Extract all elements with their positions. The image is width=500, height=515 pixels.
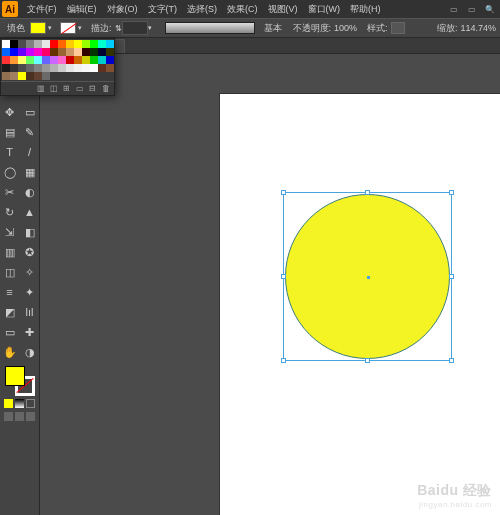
swatch-kind-icon[interactable]: ◫ [48, 84, 59, 94]
menu-effect[interactable]: 效果(C) [222, 3, 263, 16]
swatch[interactable] [42, 48, 50, 56]
swatch-libraries-icon[interactable]: ▥ [35, 84, 46, 94]
mini-none-icon[interactable] [26, 399, 35, 408]
swatch[interactable] [2, 40, 10, 48]
fill-stroke-indicator[interactable] [5, 366, 35, 396]
swatch[interactable] [74, 64, 82, 72]
tool-button[interactable]: lıl [21, 303, 39, 321]
swatch[interactable] [34, 56, 42, 64]
resize-handle[interactable] [449, 190, 454, 195]
swatch[interactable] [74, 48, 82, 56]
resize-handle[interactable] [281, 190, 286, 195]
opacity-value[interactable]: 100% [334, 23, 357, 33]
mini-color-icon[interactable] [4, 399, 13, 408]
swatch[interactable] [18, 40, 26, 48]
screen-mode-icon[interactable] [4, 412, 13, 421]
swatch[interactable] [106, 40, 114, 48]
swatch[interactable] [2, 56, 10, 64]
resize-handle[interactable] [365, 358, 370, 363]
tool-button[interactable]: ▥ [1, 243, 19, 261]
swatch[interactable] [58, 40, 66, 48]
swatch[interactable] [58, 64, 66, 72]
swatch[interactable] [82, 64, 90, 72]
swatches-panel[interactable]: ▥ ◫ ⊞ ▭ ⊟ 🗑 [0, 38, 115, 96]
new-group-icon[interactable]: ▭ [74, 84, 85, 94]
swatch[interactable] [66, 64, 74, 72]
swatch[interactable] [42, 72, 50, 80]
swatch[interactable] [26, 72, 34, 80]
swatch[interactable] [98, 40, 106, 48]
tool-button[interactable]: T [1, 143, 19, 161]
swatch[interactable] [50, 64, 58, 72]
tool-button[interactable]: ◧ [21, 223, 39, 241]
menu-edit[interactable]: 编辑(E) [62, 3, 102, 16]
menu-select[interactable]: 选择(S) [182, 3, 222, 16]
stepper-icon[interactable]: ⇅ [115, 24, 122, 33]
swatch[interactable] [82, 56, 90, 64]
search-icon[interactable]: 🔍 [482, 2, 498, 16]
swatch[interactable] [106, 56, 114, 64]
swatch[interactable] [10, 40, 18, 48]
menu-view[interactable]: 视图(V) [263, 3, 303, 16]
tool-button[interactable]: ◑ [21, 343, 39, 361]
swatch[interactable] [2, 64, 10, 72]
swatch[interactable] [74, 40, 82, 48]
swatch[interactable] [66, 48, 74, 56]
fill-color-box[interactable] [5, 366, 25, 386]
swatch[interactable] [2, 72, 10, 80]
tool-button[interactable]: ✥ [1, 103, 19, 121]
swatch[interactable] [98, 48, 106, 56]
tool-button[interactable]: ◯ [1, 163, 19, 181]
swatch[interactable] [50, 56, 58, 64]
swatch[interactable] [18, 64, 26, 72]
dropdown-icon[interactable]: ▾ [78, 24, 82, 32]
menu-help[interactable]: 帮助(H) [345, 3, 386, 16]
swatch[interactable] [10, 72, 18, 80]
tool-button[interactable]: / [21, 143, 39, 161]
brush-style-dropdown[interactable] [165, 22, 255, 34]
workspace[interactable] [40, 54, 500, 515]
swatch[interactable] [10, 48, 18, 56]
style-swatch[interactable] [391, 22, 405, 34]
screen-mode3-icon[interactable] [26, 412, 35, 421]
swatch[interactable] [42, 40, 50, 48]
swatch[interactable] [26, 40, 34, 48]
swatch[interactable] [82, 48, 90, 56]
swatch[interactable] [66, 56, 74, 64]
artboard[interactable] [220, 94, 500, 515]
swatch[interactable] [98, 64, 106, 72]
swatch[interactable] [58, 56, 66, 64]
resize-handle[interactable] [365, 190, 370, 195]
swatch[interactable] [42, 64, 50, 72]
selection-bounding-box[interactable] [283, 192, 452, 361]
resize-handle[interactable] [449, 358, 454, 363]
swatch[interactable] [106, 64, 114, 72]
swatch[interactable] [18, 48, 26, 56]
swatch[interactable] [18, 56, 26, 64]
stroke-swatch[interactable] [60, 22, 76, 34]
tool-button[interactable]: ▭ [1, 323, 19, 341]
tool-button[interactable]: ⇲ [1, 223, 19, 241]
swatch[interactable] [50, 40, 58, 48]
dropdown-icon[interactable]: ▾ [148, 24, 152, 32]
tool-button[interactable]: ✚ [21, 323, 39, 341]
swatch[interactable] [66, 40, 74, 48]
menu-window[interactable]: 窗口(W) [303, 3, 346, 16]
swatch[interactable] [90, 64, 98, 72]
tool-button[interactable]: ▦ [21, 163, 39, 181]
swatch[interactable] [50, 48, 58, 56]
swatch[interactable] [90, 48, 98, 56]
swatch[interactable] [82, 40, 90, 48]
tool-button[interactable]: ✪ [21, 243, 39, 261]
tool-button[interactable]: ↻ [1, 203, 19, 221]
swatch[interactable] [90, 56, 98, 64]
layout-icon[interactable]: ▭ [446, 2, 462, 16]
swatch[interactable] [26, 64, 34, 72]
swatch[interactable] [26, 56, 34, 64]
swatch[interactable] [98, 56, 106, 64]
swatch-options-icon[interactable]: ⊞ [61, 84, 72, 94]
swatch[interactable] [90, 40, 98, 48]
resize-handle[interactable] [281, 358, 286, 363]
screen-mode2-icon[interactable] [15, 412, 24, 421]
swatch[interactable] [74, 56, 82, 64]
